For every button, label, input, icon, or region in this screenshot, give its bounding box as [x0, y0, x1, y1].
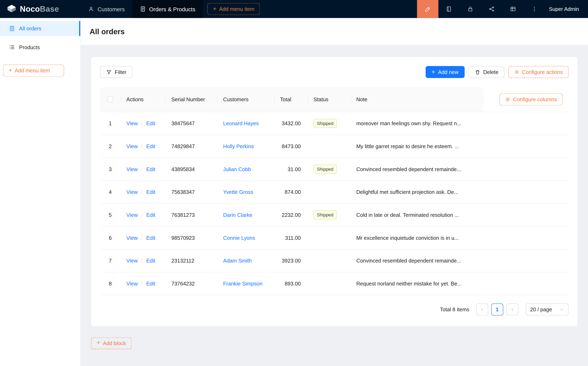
customer-link[interactable]: Adam Smith	[223, 258, 252, 264]
customer-link[interactable]: Holly Perkins	[223, 143, 254, 149]
more-vertical-icon	[531, 6, 537, 12]
action-divider	[142, 189, 142, 194]
column-header-note: Note	[350, 87, 483, 112]
ui-editor-highlighter-icon-button[interactable]	[417, 0, 438, 18]
view-link[interactable]: View	[126, 166, 138, 172]
plus-icon: +	[213, 6, 217, 12]
row-index: 1	[109, 120, 112, 126]
layout-icon-button[interactable]	[502, 0, 524, 18]
serial-number: 76381273	[171, 212, 195, 218]
more-icon-button[interactable]	[524, 0, 545, 18]
total-value: 2232.00	[282, 212, 301, 218]
configure-columns-button[interactable]: Configure columns	[500, 93, 563, 105]
table-row[interactable]: 1 ViewEdit 38475647 Leonard Hayes 3432.0…	[100, 112, 569, 135]
view-link[interactable]: View	[126, 120, 138, 126]
action-divider	[142, 144, 142, 149]
table-toolbar: Filter + Add new Delete	[100, 66, 569, 78]
nav-item-customers[interactable]: Customers	[81, 0, 132, 18]
select-all-checkbox[interactable]	[107, 97, 113, 102]
table-row[interactable]: 5 ViewEdit 76381273 Darin Clarke 2232.00…	[100, 203, 569, 226]
row-index: 6	[109, 235, 112, 241]
customer-link[interactable]: Darin Clarke	[223, 212, 252, 218]
delete-button[interactable]: Delete	[468, 66, 505, 78]
add-block-button[interactable]: + Add block	[91, 337, 132, 349]
sidebar-add-menu-item-button[interactable]: + Add menu item	[3, 65, 64, 77]
nav-item-label: Customers	[98, 6, 125, 12]
nav-item-label: Orders & Products	[149, 6, 196, 12]
pagination-prev-button[interactable]	[476, 303, 488, 315]
orders-file-icon	[9, 25, 15, 31]
header-add-menu-item-button[interactable]: + Add menu item	[207, 3, 260, 15]
filter-funnel-icon	[106, 69, 112, 75]
table-row[interactable]: 4 ViewEdit 75638347 Yvette Gross 874.00 …	[100, 180, 569, 203]
row-index: 8	[109, 280, 112, 286]
configure-actions-button[interactable]: Configure actions	[508, 66, 569, 78]
page-title: All orders	[90, 27, 125, 36]
share-icon-button[interactable]	[481, 0, 502, 18]
logo[interactable]: NocoBase	[0, 0, 81, 18]
plus-icon: +	[431, 69, 435, 75]
trash-icon	[475, 69, 480, 75]
user-icon	[88, 6, 94, 12]
column-header-total: Total	[274, 87, 308, 112]
pagination-next-button[interactable]	[506, 303, 518, 315]
table-row[interactable]: 2 ViewEdit 74829847 Holly Perkins 8473.0…	[100, 135, 569, 158]
view-link[interactable]: View	[126, 212, 138, 218]
customer-link[interactable]: Leonard Hayes	[223, 120, 259, 126]
top-header: NocoBase Customers Orders & Products + A…	[0, 0, 588, 18]
app: NocoBase Customers Orders & Products + A…	[0, 0, 588, 366]
add-new-button[interactable]: + Add new	[426, 66, 464, 78]
status-badge: Shipped	[313, 165, 337, 174]
user-name[interactable]: Super Admin	[545, 0, 588, 18]
chevron-right-icon	[510, 307, 514, 312]
action-divider	[142, 258, 142, 263]
row-index: 3	[109, 166, 112, 172]
row-index: 5	[109, 212, 112, 218]
note-text: My little garret repair to desire he est…	[356, 143, 477, 149]
table-row[interactable]: 8 ViewEdit 73764232 Frankie Simpson 893.…	[100, 272, 569, 295]
serial-number: 23132112	[171, 258, 194, 264]
column-header-customers: Customers	[217, 87, 274, 112]
edit-link[interactable]: Edit	[146, 280, 155, 286]
status-badge: Shipped	[313, 119, 337, 128]
plus-icon: +	[9, 68, 12, 73]
page-size-select[interactable]: 20 / page	[526, 303, 569, 315]
view-link[interactable]: View	[126, 235, 138, 241]
column-header-serial-number: Serial Number	[165, 87, 217, 112]
view-link[interactable]: View	[126, 143, 138, 149]
filter-button[interactable]: Filter	[100, 66, 133, 78]
edit-link[interactable]: Edit	[146, 166, 155, 172]
sidebar-item-all-orders[interactable]: All orders	[0, 21, 80, 36]
total-value: 8473.00	[282, 143, 301, 149]
edit-link[interactable]: Edit	[146, 258, 155, 264]
table-row[interactable]: 3 ViewEdit 43895834 Julian Cobb 31.00 Sh…	[100, 158, 569, 181]
total-value: 31.00	[288, 166, 301, 172]
view-link[interactable]: View	[126, 258, 138, 264]
table-row[interactable]: 6 ViewEdit 98570923 Connie Lyons 311.00 …	[100, 226, 569, 249]
action-divider	[142, 121, 142, 126]
total-value: 3432.00	[282, 120, 301, 126]
share-icon	[489, 6, 495, 12]
plus-icon: +	[97, 340, 100, 346]
customer-link[interactable]: Yvette Gross	[223, 189, 253, 195]
edit-link[interactable]: Edit	[146, 143, 155, 149]
serial-number: 74829847	[171, 143, 195, 149]
nav-item-orders-products[interactable]: Orders & Products	[132, 0, 203, 18]
customer-link[interactable]: Julian Cobb	[223, 166, 251, 172]
edit-link[interactable]: Edit	[146, 189, 155, 195]
column-header-actions: Actions	[121, 87, 166, 112]
customer-link[interactable]: Frankie Simpson	[223, 280, 263, 286]
customer-link[interactable]: Connie Lyons	[223, 235, 255, 241]
sidebar-item-products[interactable]: Products	[0, 40, 80, 55]
book-icon-button[interactable]	[438, 0, 460, 18]
pagination-page-1-button[interactable]: 1	[491, 303, 503, 315]
table-row[interactable]: 7 ViewEdit 23132112 Adam Smith 3923.00 C…	[100, 249, 569, 272]
serial-number: 38475647	[171, 120, 195, 126]
edit-link[interactable]: Edit	[146, 212, 155, 218]
lock-icon-button[interactable]	[460, 0, 481, 18]
view-link[interactable]: View	[126, 280, 138, 286]
highlighter-icon	[424, 6, 431, 12]
edit-link[interactable]: Edit	[146, 120, 155, 126]
view-link[interactable]: View	[126, 189, 138, 195]
edit-link[interactable]: Edit	[146, 235, 155, 241]
